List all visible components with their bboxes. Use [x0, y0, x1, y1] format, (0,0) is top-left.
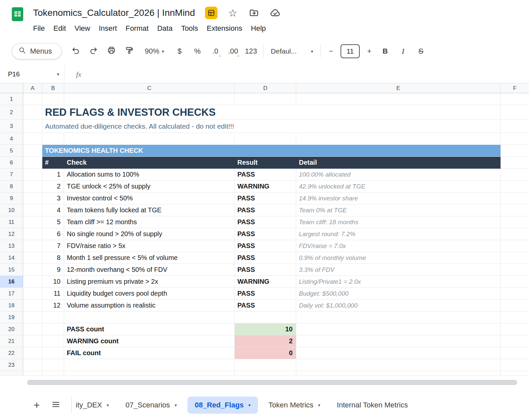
warning-count-value-cell[interactable]: 2: [235, 335, 296, 347]
fail-count-label-cell[interactable]: FAIL count: [64, 347, 235, 359]
print-button[interactable]: [103, 43, 119, 59]
add-sheet-button[interactable]: +: [28, 397, 45, 413]
check-result-cell[interactable]: PASS: [235, 300, 296, 312]
check-detail-cell[interactable]: FDV/raise = 7.0x: [296, 240, 501, 252]
menu-view[interactable]: View: [70, 22, 94, 34]
zoom-select[interactable]: 90% ▾: [139, 43, 170, 59]
row-header[interactable]: 22: [0, 347, 23, 359]
row-header[interactable]: 13: [0, 240, 23, 252]
font-size-input[interactable]: 11: [341, 44, 360, 58]
labs-badge-icon[interactable]: [205, 7, 218, 19]
cell[interactable]: [23, 145, 42, 157]
cell[interactable]: [296, 359, 501, 371]
check-result-cell[interactable]: WARNING: [235, 276, 296, 288]
sheets-logo-icon[interactable]: [10, 7, 25, 22]
font-select[interactable]: Defaul... ▾: [267, 43, 316, 59]
horizontal-scrollbar-track[interactable]: [0, 376, 529, 390]
cell[interactable]: [501, 323, 529, 335]
check-result-cell[interactable]: PASS: [235, 216, 296, 228]
section-header-cell[interactable]: TOKENOMICS HEALTH CHECK: [42, 145, 501, 157]
check-detail-cell[interactable]: Largest round: 7.2%: [296, 228, 501, 240]
check-detail-cell[interactable]: Budget: $500,000: [296, 288, 501, 300]
check-result-cell[interactable]: PASS: [235, 204, 296, 216]
check-result-cell[interactable]: PASS: [235, 169, 296, 181]
cell[interactable]: [42, 347, 64, 359]
cell[interactable]: [235, 93, 296, 105]
cell[interactable]: [23, 133, 42, 145]
chevron-down-icon[interactable]: ▾: [248, 402, 251, 408]
cell[interactable]: [23, 240, 42, 252]
row-header[interactable]: 7: [0, 169, 23, 181]
chevron-down-icon[interactable]: ▾: [175, 402, 177, 408]
star-icon[interactable]: ☆: [227, 7, 239, 19]
decrease-font-size-button[interactable]: −: [325, 43, 337, 59]
cell[interactable]: [23, 204, 42, 216]
header-num-cell[interactable]: #: [42, 157, 64, 169]
cell[interactable]: [501, 335, 529, 347]
row-header[interactable]: 17: [0, 288, 23, 300]
cell[interactable]: [23, 252, 42, 264]
menu-help[interactable]: Help: [247, 22, 270, 34]
cell[interactable]: [42, 323, 64, 335]
check-number-cell[interactable]: 8: [42, 252, 64, 264]
row-header[interactable]: 4: [0, 133, 23, 145]
cell[interactable]: [42, 312, 64, 323]
row-header[interactable]: 1: [0, 93, 23, 105]
check-result-cell[interactable]: PASS: [235, 288, 296, 300]
row-header[interactable]: 20: [0, 323, 23, 335]
cell[interactable]: [501, 120, 529, 133]
cell[interactable]: [235, 359, 296, 371]
cell[interactable]: [23, 169, 42, 181]
undo-button[interactable]: [68, 43, 84, 59]
cell[interactable]: [23, 157, 42, 169]
row-header[interactable]: 21: [0, 335, 23, 347]
cell[interactable]: [501, 93, 529, 105]
percent-format-button[interactable]: %: [189, 43, 205, 59]
cell[interactable]: [64, 371, 235, 376]
check-name-cell[interactable]: Month 1 sell pressure < 5% of volume: [64, 252, 235, 264]
check-detail-cell[interactable]: Listing/Private1 = 2.0x: [296, 276, 501, 288]
cell[interactable]: [501, 169, 529, 181]
row-header[interactable]: 6: [0, 157, 23, 169]
cell[interactable]: [23, 216, 42, 228]
check-number-cell[interactable]: 5: [42, 216, 64, 228]
row-header-selected[interactable]: 16: [0, 276, 23, 288]
column-header-d[interactable]: D: [235, 83, 296, 93]
check-result-cell[interactable]: PASS: [235, 192, 296, 204]
cell[interactable]: [23, 347, 42, 359]
sheet-title-cell[interactable]: RED FLAGS & INVESTOR CHECKS: [42, 105, 501, 120]
check-result-cell[interactable]: PASS: [235, 252, 296, 264]
all-sheets-button[interactable]: [48, 397, 64, 413]
cell[interactable]: [501, 264, 529, 276]
cell[interactable]: [23, 323, 42, 335]
check-name-cell[interactable]: TGE unlock < 25% of supply: [64, 181, 235, 192]
paint-format-button[interactable]: [121, 43, 137, 59]
check-detail-cell[interactable]: 100.00% allocated: [296, 169, 501, 181]
cell[interactable]: [64, 359, 235, 371]
check-number-cell[interactable]: 9: [42, 264, 64, 276]
row-header[interactable]: 10: [0, 204, 23, 216]
menu-insert[interactable]: Insert: [95, 22, 121, 34]
menu-tools[interactable]: Tools: [177, 22, 202, 34]
check-name-cell[interactable]: Listing premium vs private > 2x: [64, 276, 235, 288]
header-detail-cell[interactable]: Detail: [296, 157, 501, 169]
row-header[interactable]: 15: [0, 264, 23, 276]
cell[interactable]: [23, 276, 42, 288]
check-number-cell[interactable]: 10: [42, 276, 64, 288]
row-header[interactable]: 23: [0, 359, 23, 371]
row-header[interactable]: 8: [0, 181, 23, 192]
chevron-down-icon[interactable]: ▾: [57, 72, 59, 77]
cell[interactable]: [235, 133, 296, 145]
menu-format[interactable]: Format: [121, 22, 153, 34]
column-header-f[interactable]: F: [501, 83, 529, 93]
check-detail-cell[interactable]: 0.9% of monthly volume: [296, 252, 501, 264]
sheet-subtitle-cell[interactable]: Automated due-diligence checks. All calc…: [42, 120, 501, 133]
chevron-down-icon[interactable]: ▾: [318, 402, 320, 408]
redo-button[interactable]: [86, 43, 102, 59]
check-number-cell[interactable]: 2: [42, 181, 64, 192]
fail-count-value-cell[interactable]: 0: [235, 347, 296, 359]
row-header[interactable]: 14: [0, 252, 23, 264]
column-header-b[interactable]: B: [42, 83, 64, 93]
formula-input[interactable]: [81, 65, 529, 83]
sheet-tab-07-scenarios[interactable]: 07_Scenarios ▾: [120, 397, 183, 414]
